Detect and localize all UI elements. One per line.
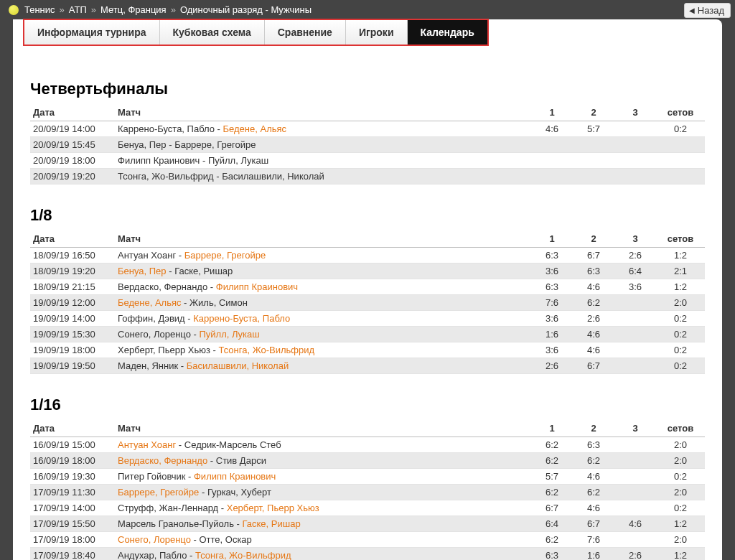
score-s2: 4:6 (573, 327, 614, 342)
player-1[interactable]: Вердаско, Фернандо (118, 281, 207, 292)
player-1[interactable]: Каррено-Буста, Пабло (118, 123, 215, 134)
player-1[interactable]: Филипп Краинович (118, 155, 200, 166)
player-2[interactable]: Отте, Оскар (199, 534, 251, 545)
breadcrumb-tour[interactable]: АТП (69, 4, 87, 15)
player-2[interactable]: Херберт, Пьерр Хьюз (227, 503, 319, 513)
score-sets: 0:2 (656, 121, 705, 137)
player-2[interactable]: Гуркач, Хуберт (207, 487, 271, 498)
player-2[interactable]: Бедене, Альяс (223, 123, 287, 134)
score-sets: 0:2 (656, 327, 705, 342)
back-button[interactable]: ◀ Назад (684, 3, 731, 18)
breadcrumb-sport[interactable]: Теннис (24, 4, 55, 15)
player-2[interactable]: Пуйлл, Лукаш (199, 329, 259, 340)
player-2[interactable]: Стив Дарси (216, 455, 266, 466)
match-date: 17/09/19 15:50 (30, 516, 115, 532)
table-row[interactable]: 17/09/19 18:00Сонего, Лоренцо - Отте, Ос… (30, 532, 705, 548)
header-match: Матч (115, 104, 531, 121)
table-row[interactable]: 16/09/19 18:00Вердаско, Фернандо - Стив … (30, 453, 705, 469)
player-2[interactable]: Тсонга, Жо-Вильфрид (218, 345, 314, 355)
table-row[interactable]: 17/09/19 15:50Марсель Гранолье-Пуйоль - … (30, 516, 705, 532)
table-row[interactable]: 20/09/19 19:20Тсонга, Жо-Вильфрид - Баси… (30, 169, 705, 185)
player-2[interactable]: Басилашвили, Николай (222, 171, 324, 182)
table-row[interactable]: 19/09/19 18:00Херберт, Пьерр Хьюз - Тсон… (30, 342, 705, 358)
score-sets: 2:1 (656, 263, 705, 279)
player-2[interactable]: Гаске, Ришар (243, 518, 301, 529)
score-sets: 0:2 (656, 469, 705, 485)
player-2[interactable]: Каррено-Буста, Пабло (193, 313, 290, 324)
player-1[interactable]: Херберт, Пьерр Хьюз (118, 345, 210, 355)
player-1[interactable]: Баррере, Грегойре (118, 487, 199, 498)
player-2[interactable]: Жиль, Симон (189, 297, 248, 308)
player-2[interactable]: Филипп Краинович (194, 471, 276, 482)
table-row[interactable]: 20/09/19 15:45Бенуа, Пер - Баррере, Грег… (30, 137, 705, 153)
score-s3 (614, 327, 656, 342)
score-s3 (614, 453, 656, 469)
score-s3 (614, 311, 656, 327)
score-s1: 6:3 (531, 548, 573, 561)
player-1[interactable]: Питер Гойовчик (118, 471, 185, 482)
table-row[interactable]: 20/09/19 14:00Каррено-Буста, Пабло - Бед… (30, 121, 705, 137)
score-s1: 6:2 (531, 532, 573, 548)
table-row[interactable]: 18/09/19 21:15Вердаско, Фернандо - Филип… (30, 279, 705, 295)
player-1[interactable]: Вердаско, Фернандо (118, 455, 207, 466)
header-s1: 1 (531, 104, 573, 121)
player-2[interactable]: Баррере, Грегойре (174, 139, 256, 150)
player-1[interactable]: Бедене, Альяс (118, 297, 182, 308)
match-players: Струфф, Жан-Леннард - Херберт, Пьерр Хью… (115, 500, 531, 516)
player-1[interactable]: Сонего, Лоренцо (118, 534, 191, 545)
player-2[interactable]: Басилашвили, Николай (187, 360, 289, 371)
player-2[interactable]: Гаске, Ришар (174, 266, 233, 276)
table-row[interactable]: 19/09/19 19:50Маден, Янник - Басилашвили… (30, 358, 705, 374)
table-row[interactable]: 19/09/19 12:00Бедене, Альяс - Жиль, Симо… (30, 295, 705, 311)
table-row[interactable]: 16/09/19 19:30Питер Гойовчик - Филипп Кр… (30, 469, 705, 485)
player-1[interactable]: Бенуа, Пер (118, 266, 167, 276)
table-row[interactable]: 20/09/19 18:00Филипп Краинович - Пуйлл, … (30, 153, 705, 169)
player-1[interactable]: Маден, Янник (118, 360, 178, 371)
table-row[interactable]: 18/09/19 19:20Бенуа, Пер - Гаске, Ришар3… (30, 263, 705, 279)
match-players: Бенуа, Пер - Баррере, Грегойре (115, 137, 531, 153)
player-2[interactable]: Баррере, Грегойре (184, 250, 266, 261)
score-s3 (614, 485, 656, 500)
header-s2: 2 (573, 104, 614, 121)
score-s3: 4:6 (614, 516, 656, 532)
score-sets: 1:2 (656, 516, 705, 532)
tab-сравнение[interactable]: Сравнение (265, 20, 346, 45)
back-label: Назад (698, 5, 724, 16)
table-row[interactable]: 17/09/19 18:40Андухар, Пабло - Тсонга, Ж… (30, 548, 705, 561)
player-1[interactable]: Андухар, Пабло (118, 550, 187, 560)
table-row[interactable]: 19/09/19 15:30Сонего, Лоренцо - Пуйлл, Л… (30, 327, 705, 342)
table-row[interactable]: 19/09/19 14:00Гоффин, Дэвид - Каррено-Бу… (30, 311, 705, 327)
player-2[interactable]: Седрик-Марсель Стеб (184, 439, 281, 450)
player-2[interactable]: Филипп Краинович (216, 281, 298, 292)
match-players: Филипп Краинович - Пуйлл, Лукаш (115, 153, 531, 169)
score-sets (656, 137, 705, 153)
tab-календарь[interactable]: Календарь (408, 20, 487, 45)
match-date: 16/09/19 19:30 (30, 469, 115, 485)
tab-информация-турнира[interactable]: Информация турнира (24, 20, 160, 45)
score-s2: 6:3 (573, 437, 614, 453)
tab-игроки[interactable]: Игроки (346, 20, 408, 45)
tab-кубковая-схема[interactable]: Кубковая схема (160, 20, 265, 45)
player-1[interactable]: Антуан Хоанг (118, 439, 176, 450)
header-date: Дата (30, 104, 115, 121)
match-date: 20/09/19 19:20 (30, 169, 115, 185)
player-1[interactable]: Антуан Хоанг (118, 250, 176, 261)
player-1[interactable]: Тсонга, Жо-Вильфрид (118, 171, 214, 182)
score-s3 (614, 358, 656, 374)
breadcrumb-event[interactable]: Метц, Франция (100, 4, 167, 15)
player-1[interactable]: Марсель Гранолье-Пуйоль (118, 518, 234, 529)
player-2[interactable]: Тсонга, Жо-Вильфрид (195, 550, 291, 560)
table-row[interactable]: 17/09/19 11:30Баррере, Грегойре - Гуркач… (30, 485, 705, 500)
match-players: Марсель Гранолье-Пуйоль - Гаске, Ришар (115, 516, 531, 532)
match-players: Бедене, Альяс - Жиль, Симон (115, 295, 531, 311)
player-1[interactable]: Сонего, Лоренцо (118, 329, 191, 340)
table-row[interactable]: 16/09/19 15:00Антуан Хоанг - Седрик-Марс… (30, 437, 705, 453)
player-2[interactable]: Пуйлл, Лукаш (208, 155, 268, 166)
table-row[interactable]: 18/09/19 16:50Антуан Хоанг - Баррере, Гр… (30, 248, 705, 263)
header-s2: 2 (573, 420, 614, 437)
player-1[interactable]: Гоффин, Дэвид (118, 313, 185, 324)
player-1[interactable]: Бенуа, Пер (118, 139, 167, 150)
table-row[interactable]: 17/09/19 14:00Струфф, Жан-Леннард - Херб… (30, 500, 705, 516)
score-s3 (614, 295, 656, 311)
player-1[interactable]: Струфф, Жан-Леннард (118, 503, 218, 513)
